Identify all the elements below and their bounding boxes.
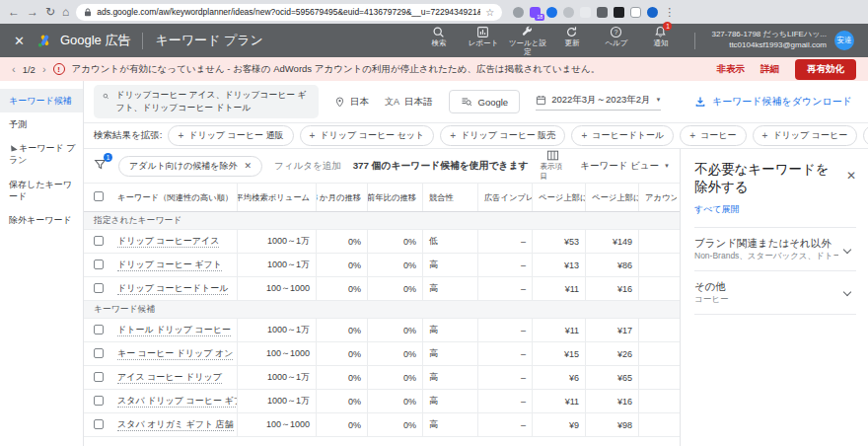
reload-icon[interactable]: ↻ xyxy=(45,6,55,18)
extension-icon[interactable] xyxy=(597,7,608,18)
column-header-keyword[interactable]: キーワード（関連性の高い順） xyxy=(111,192,237,203)
select-all-checkbox[interactable] xyxy=(94,191,104,201)
location-selector[interactable]: 日本 xyxy=(334,96,369,109)
keyword-cell[interactable]: ドトール ドリップ コーヒー xyxy=(111,324,237,336)
refine-group-other[interactable]: その他 コーヒー xyxy=(694,270,856,314)
column-header-3mo[interactable]: 3 か月の推移 xyxy=(316,184,367,211)
avatar[interactable]: 安達 xyxy=(834,31,854,50)
keyword-cell[interactable]: アイス コーヒー ドリップ xyxy=(111,371,237,384)
keyword-cell[interactable]: スタバ ドリップ コーヒー ギフト xyxy=(111,395,237,408)
row-checkbox[interactable] xyxy=(94,325,104,334)
plus-icon: + xyxy=(450,131,456,141)
add-filter-button[interactable]: フィルタを追加 xyxy=(274,160,341,173)
filter-button[interactable]: 1 xyxy=(94,157,107,175)
nav-tools-settings[interactable]: ツールと設定 xyxy=(505,24,549,56)
keyword-cell[interactable]: ドリップ コーヒーアイス xyxy=(111,235,237,248)
column-header-top-of-page-high[interactable]: ページ上部に掲... xyxy=(585,184,638,211)
value-cell: 1000～1万 xyxy=(237,254,316,276)
row-checkbox[interactable] xyxy=(94,396,104,406)
column-header-account-status[interactable]: アカウントの... xyxy=(638,184,677,211)
nav-help[interactable]: ? ヘルプ xyxy=(594,24,638,48)
refine-group-brand[interactable]: ブランド関連またはそれ以外 Non-Brands、スターバックス、ドトール、..… xyxy=(694,227,856,270)
value-cell: ¥98 xyxy=(585,413,638,436)
value-cell: – xyxy=(477,366,532,389)
column-header-volume[interactable]: 月間平均検索ボリューム xyxy=(237,184,316,211)
hide-button[interactable]: 非表示 xyxy=(717,63,746,76)
close-panel-icon[interactable]: ✕ xyxy=(846,169,856,183)
keyword-chip[interactable]: +ドリップ コーヒー 販売 xyxy=(440,125,565,146)
keywords-input[interactable]: ドリップコーヒー アイス、ドリップコーヒー ギフト、ドリップコーヒー ドトール xyxy=(94,85,319,118)
date-range-selector[interactable]: 2022年3月～2023年2月 ▼ xyxy=(536,94,661,111)
extension-icon[interactable] xyxy=(546,7,557,18)
column-header-competition[interactable]: 競合性 xyxy=(422,184,477,211)
network-selector[interactable]: Google xyxy=(449,90,521,113)
forward-icon[interactable]: → xyxy=(27,6,38,18)
keyword-chip[interactable]: +ドリップ コーヒー セット xyxy=(300,125,435,146)
chevron-down-icon[interactable] xyxy=(843,246,851,254)
sidebar-item-keyword-plan[interactable]: キーワード プラン xyxy=(0,136,83,172)
close-icon[interactable]: ✕ xyxy=(14,35,25,47)
back-icon[interactable]: ← xyxy=(8,6,20,18)
value-cell: ¥53 xyxy=(532,230,585,253)
download-keyword-ideas-button[interactable]: キーワード候補をダウンロード xyxy=(694,95,852,109)
extension-icon[interactable] xyxy=(580,7,591,18)
keyword-chip[interactable]: +ドリップ コーヒー xyxy=(753,125,858,146)
keyword-cell[interactable]: キー コーヒー ドリップ オン xyxy=(111,347,237,360)
address-bar[interactable]: ads.google.com/aw/keywordplanner/ideas/n… xyxy=(76,4,502,21)
keyword-view-selector[interactable]: キーワード ビュー ▼ xyxy=(580,160,670,173)
sidebar-item-forecast[interactable]: 予測 xyxy=(0,112,83,136)
value-cell: ¥11 xyxy=(532,277,585,300)
keyword-cell[interactable]: スタバ オリガミ ギフト 店舗 xyxy=(111,418,237,431)
filter-count-badge: 1 xyxy=(104,153,112,162)
sidebar-item-saved-keywords[interactable]: 保存したキーワード xyxy=(0,173,83,208)
adult-filter-chip[interactable]: アダルト向けの候補を除外 ✕ xyxy=(118,156,262,177)
column-header-yoy[interactable]: 前年比の推移 xyxy=(367,184,422,211)
language-selector[interactable]: 文A 日本語 xyxy=(385,96,433,109)
browser-menu-icon[interactable]: ⋮ xyxy=(664,6,675,19)
keyword-chip[interactable]: +コーヒー xyxy=(680,125,746,146)
nav-reports[interactable]: レポート xyxy=(461,24,505,48)
row-checkbox[interactable] xyxy=(94,372,104,382)
camera-extension-icon[interactable] xyxy=(513,7,524,18)
row-checkbox[interactable] xyxy=(94,236,104,246)
nav-notifications[interactable]: 1 通知 xyxy=(638,24,683,48)
row-checkbox[interactable] xyxy=(94,419,104,429)
value-cell: 0% xyxy=(316,230,367,253)
table-row: キー コーヒー ドリップ オン100～10000%0%高–¥15¥26 xyxy=(84,342,680,366)
column-header-top-of-page-low[interactable]: ページ上部に掲... xyxy=(532,184,585,211)
banner-prev-icon[interactable]: ‹ xyxy=(12,64,16,75)
details-button[interactable]: 詳細 xyxy=(760,63,779,76)
keyword-chip[interactable]: +コーヒードトール xyxy=(571,125,674,146)
keyword-chip[interactable]: +ドリップ コーヒー 通販 xyxy=(168,125,293,146)
expand-all-link[interactable]: すべて展開 xyxy=(694,203,856,216)
chevron-down-icon[interactable] xyxy=(843,288,851,296)
extension-icon[interactable]: 18 xyxy=(530,7,541,18)
column-header-impression-share[interactable]: 広告インプレ... xyxy=(477,184,532,211)
plus-icon: + xyxy=(310,131,316,141)
banner-next-icon[interactable]: › xyxy=(42,64,46,75)
value-cell: 1000～1万 xyxy=(237,230,316,253)
value-cell: 0% xyxy=(367,390,422,412)
keyword-cell[interactable]: ドリップ コーヒー ギフト xyxy=(111,259,237,271)
nav-search[interactable]: 検索 xyxy=(416,24,461,48)
sidebar-item-keyword-ideas[interactable]: キーワード候補 xyxy=(0,89,83,112)
value-cell: 0% xyxy=(367,413,422,436)
row-checkbox[interactable] xyxy=(94,283,104,293)
row-checkbox[interactable] xyxy=(94,260,104,269)
profile-avatar[interactable] xyxy=(647,7,658,18)
error-icon: ! xyxy=(53,63,65,75)
columns-button[interactable]: 表示項目 xyxy=(541,150,567,182)
sidebar-item-negative-keywords[interactable]: 除外キーワード xyxy=(0,208,83,232)
reactivate-button[interactable]: 再有効化 xyxy=(795,59,856,80)
sidebar-toggle-icon[interactable] xyxy=(630,7,641,18)
account-info[interactable]: 327-786-1798 だっちLIFEハッ... ttc0104ksf1993… xyxy=(711,30,854,51)
home-icon[interactable]: ⌂ xyxy=(62,6,69,18)
puzzle-extension-icon[interactable] xyxy=(614,7,624,18)
remove-filter-icon[interactable]: ✕ xyxy=(244,161,252,171)
keyword-chip[interactable]: +コーヒー ギフト xyxy=(863,125,868,146)
nav-refresh[interactable]: 更新 xyxy=(549,24,594,48)
keyword-cell[interactable]: ドリップ コーヒードトール xyxy=(111,282,237,295)
bookmark-star-icon[interactable]: ☆ xyxy=(485,7,494,18)
extension-icon[interactable] xyxy=(563,7,574,18)
row-checkbox[interactable] xyxy=(94,348,104,358)
